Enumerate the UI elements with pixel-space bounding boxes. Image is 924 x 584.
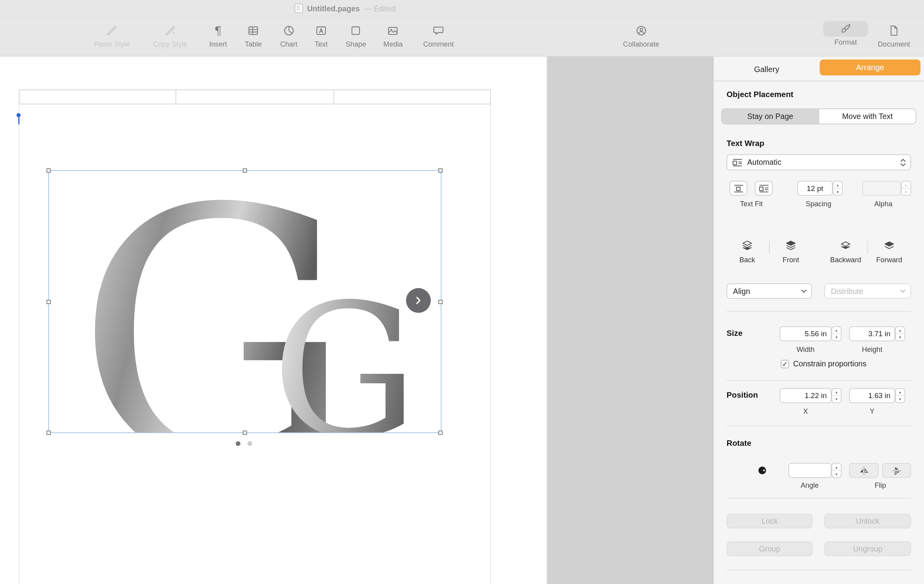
flip-horizontal-icon bbox=[858, 465, 870, 476]
page-dot-next[interactable] bbox=[247, 441, 252, 446]
copy-style-label: Copy Style bbox=[153, 40, 187, 48]
document-label: Document bbox=[878, 40, 910, 48]
bring-forward-button[interactable]: Forward bbox=[876, 239, 902, 254]
document-proxy-icon[interactable] bbox=[295, 4, 303, 13]
letter-g-small: G bbox=[272, 280, 418, 433]
bring-to-front-button[interactable]: Front bbox=[778, 239, 804, 254]
text-wrap-heading: Text Wrap bbox=[727, 139, 764, 148]
comment-button[interactable]: Comment bbox=[423, 23, 454, 49]
lock-button[interactable]: Lock bbox=[727, 514, 813, 528]
move-with-text-segment[interactable]: Move with Text bbox=[819, 109, 916, 124]
object-placement-segmented: Stay on Page Move with Text bbox=[721, 108, 916, 124]
divider bbox=[727, 498, 911, 499]
position-x-input[interactable] bbox=[780, 388, 831, 403]
width-input[interactable] bbox=[780, 326, 831, 341]
insertion-point bbox=[16, 113, 21, 125]
ungroup-button[interactable]: Ungroup bbox=[825, 541, 911, 556]
text-fit-wrap-button[interactable] bbox=[755, 181, 772, 196]
position-y-stepper[interactable]: ▲▼ bbox=[895, 388, 905, 403]
media-label: Media bbox=[383, 40, 402, 48]
angle-input[interactable] bbox=[789, 463, 832, 478]
tab-arrange[interactable]: Arrange bbox=[820, 59, 920, 76]
forward-icon bbox=[883, 239, 896, 252]
window-title: Untitled.pages bbox=[307, 4, 360, 13]
resize-handle-n[interactable] bbox=[243, 168, 247, 173]
angle-stepper[interactable]: ▲▼ bbox=[832, 463, 842, 478]
selected-image[interactable]: G G bbox=[48, 170, 441, 433]
rotation-knob[interactable] bbox=[758, 467, 766, 474]
tab-gallery[interactable]: Gallery bbox=[714, 56, 820, 81]
spacing-input[interactable] bbox=[797, 181, 832, 196]
media-icon bbox=[383, 23, 402, 38]
group-button[interactable]: Group bbox=[727, 541, 813, 556]
rotate-heading: Rotate bbox=[727, 439, 751, 448]
height-stepper[interactable]: ▲▼ bbox=[895, 326, 905, 341]
alpha-stepper[interactable]: ▲▼ bbox=[901, 181, 911, 196]
distribute-menu-label: Distribute bbox=[831, 287, 900, 296]
inspector-panel: Gallery Arrange Object Placement Stay on… bbox=[713, 56, 924, 584]
collaborate-button[interactable]: Collaborate bbox=[623, 23, 659, 49]
next-image-button[interactable] bbox=[406, 288, 431, 313]
resize-handle-e[interactable] bbox=[439, 300, 443, 304]
position-x-label: X bbox=[803, 407, 808, 415]
resize-handle-ne[interactable] bbox=[439, 168, 443, 173]
media-button[interactable]: Media bbox=[383, 23, 402, 49]
flip-vertical-button[interactable] bbox=[882, 463, 911, 478]
page-left-edge bbox=[19, 104, 20, 584]
text-wrap-popup[interactable]: Automatic bbox=[727, 154, 911, 170]
paste-style-button[interactable]: Paste Style bbox=[94, 23, 130, 49]
table-button[interactable]: Table bbox=[245, 23, 262, 49]
copy-style-button[interactable]: Copy Style bbox=[153, 23, 187, 49]
layer-separator bbox=[868, 241, 868, 254]
unlock-button[interactable]: Unlock bbox=[825, 514, 911, 528]
size-heading: Size bbox=[727, 329, 743, 338]
collaborate-label: Collaborate bbox=[623, 40, 659, 48]
text-fit-inline-button[interactable] bbox=[729, 181, 747, 196]
copy-style-icon bbox=[153, 23, 187, 38]
table-header-row[interactable] bbox=[19, 90, 491, 105]
window-titlebar: Untitled.pages — Edited bbox=[0, 0, 924, 16]
chart-button[interactable]: Chart bbox=[280, 23, 297, 49]
chevron-down-icon bbox=[801, 289, 807, 293]
height-input[interactable] bbox=[849, 326, 895, 341]
page-dot-current[interactable] bbox=[236, 441, 240, 446]
resize-handle-nw[interactable] bbox=[47, 168, 51, 173]
object-placement-heading: Object Placement bbox=[727, 90, 794, 99]
document-canvas[interactable]: G G bbox=[0, 56, 547, 584]
text-wrap-icon bbox=[733, 158, 743, 166]
spacing-stepper[interactable]: ▲▼ bbox=[833, 181, 843, 196]
document-button[interactable]: Document bbox=[878, 23, 910, 49]
divider bbox=[727, 425, 911, 426]
angle-label: Angle bbox=[801, 481, 819, 490]
width-stepper[interactable]: ▲▼ bbox=[832, 326, 842, 341]
flip-horizontal-button[interactable] bbox=[849, 463, 879, 478]
alpha-input[interactable] bbox=[862, 181, 901, 196]
resize-handle-sw[interactable] bbox=[47, 431, 51, 435]
insert-button[interactable]: ¶ Insert bbox=[209, 23, 227, 49]
letter-artwork: G G bbox=[49, 171, 441, 432]
resize-handle-se[interactable] bbox=[439, 431, 443, 435]
insert-icon: ¶ bbox=[209, 23, 227, 38]
window-edited-status: — Edited bbox=[364, 4, 395, 13]
format-button[interactable]: Format bbox=[823, 23, 868, 47]
back-label: Back bbox=[739, 256, 755, 264]
table-column-divider bbox=[334, 90, 334, 104]
distribute-menu[interactable]: Distribute bbox=[825, 283, 911, 299]
resize-handle-s[interactable] bbox=[243, 431, 247, 435]
shape-button[interactable]: Shape bbox=[346, 23, 366, 49]
backward-label: Backward bbox=[830, 256, 861, 264]
chart-label: Chart bbox=[280, 40, 297, 48]
text-label: Text bbox=[315, 40, 328, 48]
send-backward-button[interactable]: Backward bbox=[833, 239, 859, 254]
text-fit-label: Text Fit bbox=[740, 200, 763, 208]
align-menu[interactable]: Align bbox=[727, 283, 812, 299]
resize-handle-w[interactable] bbox=[47, 300, 51, 304]
stay-on-page-segment[interactable]: Stay on Page bbox=[722, 109, 819, 124]
text-button[interactable]: Text bbox=[315, 23, 328, 49]
shape-icon bbox=[346, 23, 366, 38]
constrain-proportions-checkbox[interactable]: ✓ bbox=[781, 360, 789, 368]
send-to-back-button[interactable]: Back bbox=[734, 239, 760, 254]
table-column-divider bbox=[176, 90, 177, 104]
position-y-input[interactable] bbox=[849, 388, 895, 403]
position-x-stepper[interactable]: ▲▼ bbox=[832, 388, 842, 403]
